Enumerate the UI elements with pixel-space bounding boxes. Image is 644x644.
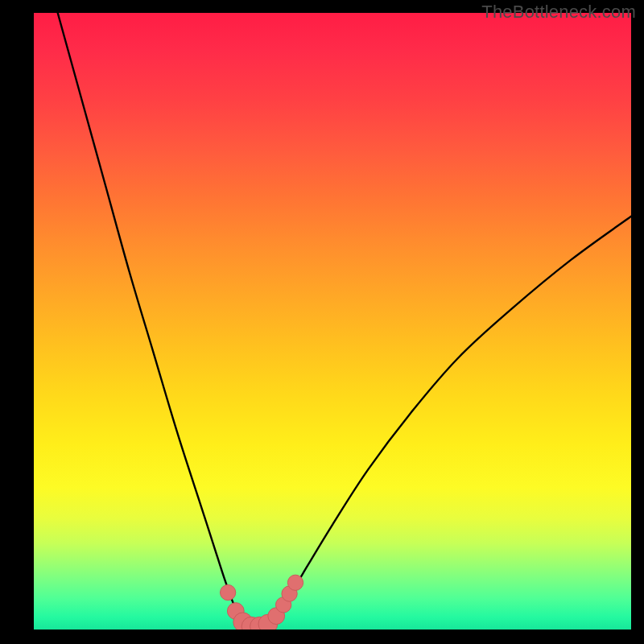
chart-svg [34,13,631,630]
marker-point [287,575,303,590]
marker-point [221,584,236,600]
series-left-branch [58,13,243,623]
chart-frame: TheBottleneck.com [0,0,644,644]
watermark-text: TheBottleneck.com [481,2,636,23]
series-right-branch [273,217,631,624]
series-group [58,13,631,629]
plot-area [34,13,631,630]
